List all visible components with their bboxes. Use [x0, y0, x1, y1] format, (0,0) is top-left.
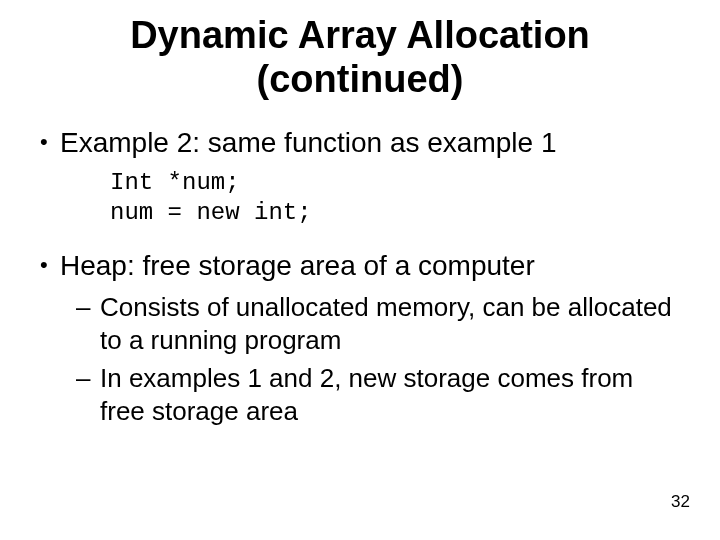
bullet-icon: • — [40, 125, 60, 159]
slide-title: Dynamic Array Allocation (continued) — [40, 14, 680, 101]
bullet-example-2: • Example 2: same function as example 1 — [40, 125, 680, 160]
bullet-heap: • Heap: free storage area of a computer — [40, 248, 680, 283]
bullet-icon: • — [40, 248, 60, 282]
code-line-1: Int *num; — [110, 169, 240, 196]
code-line-2: num = new int; — [110, 199, 312, 226]
sub-text: Consists of unallocated memory, can be a… — [100, 291, 680, 356]
bullet-text: Heap: free storage area of a computer — [60, 248, 680, 283]
dash-icon: – — [76, 362, 100, 395]
sub-bullet-unallocated: – Consists of unallocated memory, can be… — [76, 291, 680, 356]
dash-icon: – — [76, 291, 100, 324]
title-line-2: (continued) — [257, 58, 464, 100]
title-line-1: Dynamic Array Allocation — [130, 14, 590, 56]
sub-text: In examples 1 and 2, new storage comes f… — [100, 362, 680, 427]
page-number: 32 — [671, 492, 690, 512]
bullet-text: Example 2: same function as example 1 — [60, 125, 680, 160]
code-block: Int *num; num = new int; — [110, 168, 680, 228]
sub-bullet-examples: – In examples 1 and 2, new storage comes… — [76, 362, 680, 427]
slide: Dynamic Array Allocation (continued) • E… — [0, 0, 720, 540]
